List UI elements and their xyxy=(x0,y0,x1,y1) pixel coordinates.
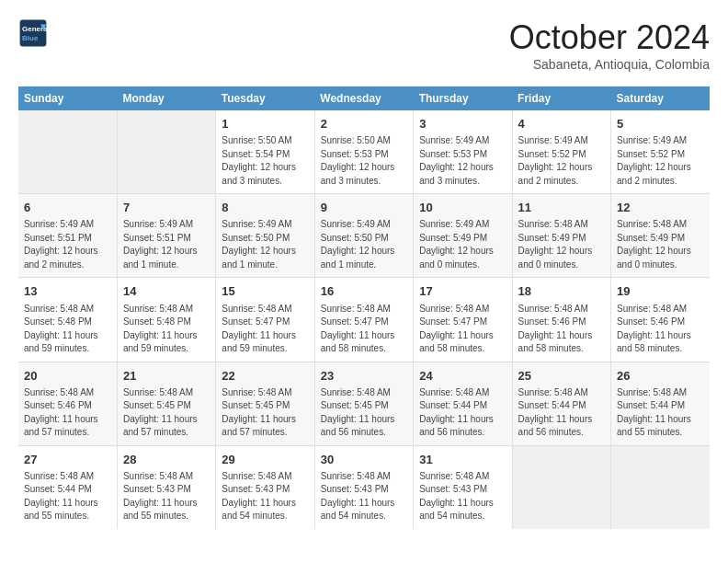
calendar-week-row: 6Sunrise: 5:49 AM Sunset: 5:51 PM Daylig… xyxy=(18,194,710,278)
day-info: Sunrise: 5:49 AM Sunset: 5:52 PM Dayligh… xyxy=(518,134,605,188)
day-info: Sunrise: 5:49 AM Sunset: 5:49 PM Dayligh… xyxy=(419,218,506,271)
day-info: Sunrise: 5:48 AM Sunset: 5:45 PM Dayligh… xyxy=(321,386,407,440)
day-info: Sunrise: 5:48 AM Sunset: 5:45 PM Dayligh… xyxy=(123,386,210,440)
day-number: 26 xyxy=(617,368,704,385)
calendar-cell: 14Sunrise: 5:48 AM Sunset: 5:48 PM Dayli… xyxy=(117,278,215,362)
day-info: Sunrise: 5:48 AM Sunset: 5:44 PM Dayligh… xyxy=(419,386,506,440)
day-info: Sunrise: 5:48 AM Sunset: 5:43 PM Dayligh… xyxy=(123,470,210,523)
calendar-week-row: 1Sunrise: 5:50 AM Sunset: 5:54 PM Daylig… xyxy=(18,110,710,194)
day-number: 8 xyxy=(222,200,308,216)
day-info: Sunrise: 5:50 AM Sunset: 5:54 PM Dayligh… xyxy=(222,134,308,188)
day-info: Sunrise: 5:48 AM Sunset: 5:46 PM Dayligh… xyxy=(24,386,111,440)
weekday-header: Thursday xyxy=(414,86,512,110)
calendar-cell: 8Sunrise: 5:49 AM Sunset: 5:50 PM Daylig… xyxy=(216,194,314,278)
weekday-header: Monday xyxy=(117,86,215,110)
day-info: Sunrise: 5:48 AM Sunset: 5:49 PM Dayligh… xyxy=(617,218,704,271)
day-number: 2 xyxy=(321,116,407,132)
calendar-cell: 10Sunrise: 5:49 AM Sunset: 5:49 PM Dayli… xyxy=(414,194,512,278)
day-number: 28 xyxy=(123,452,210,468)
day-info: Sunrise: 5:48 AM Sunset: 5:47 PM Dayligh… xyxy=(321,303,407,356)
calendar-cell: 12Sunrise: 5:48 AM Sunset: 5:49 PM Dayli… xyxy=(611,194,710,278)
day-number: 30 xyxy=(321,452,407,468)
calendar-cell xyxy=(512,445,610,529)
day-info: Sunrise: 5:48 AM Sunset: 5:46 PM Dayligh… xyxy=(518,303,605,356)
calendar-cell: 30Sunrise: 5:48 AM Sunset: 5:43 PM Dayli… xyxy=(314,445,413,529)
day-info: Sunrise: 5:48 AM Sunset: 5:45 PM Dayligh… xyxy=(222,386,308,440)
day-number: 16 xyxy=(321,283,407,300)
day-info: Sunrise: 5:48 AM Sunset: 5:48 PM Dayligh… xyxy=(24,303,111,356)
calendar-cell xyxy=(611,445,710,529)
day-number: 14 xyxy=(123,283,210,300)
calendar-cell: 3Sunrise: 5:49 AM Sunset: 5:53 PM Daylig… xyxy=(414,110,512,194)
day-info: Sunrise: 5:48 AM Sunset: 5:43 PM Dayligh… xyxy=(222,470,308,523)
day-number: 19 xyxy=(617,283,704,300)
calendar-week-row: 20Sunrise: 5:48 AM Sunset: 5:46 PM Dayli… xyxy=(18,362,710,445)
calendar-cell xyxy=(117,110,215,194)
calendar-cell: 2Sunrise: 5:50 AM Sunset: 5:53 PM Daylig… xyxy=(314,110,413,194)
weekday-header: Sunday xyxy=(18,86,117,110)
day-info: Sunrise: 5:48 AM Sunset: 5:43 PM Dayligh… xyxy=(419,470,506,523)
day-number: 17 xyxy=(419,283,506,300)
calendar-cell: 20Sunrise: 5:48 AM Sunset: 5:46 PM Dayli… xyxy=(18,362,117,445)
day-number: 12 xyxy=(617,200,704,216)
day-number: 7 xyxy=(123,200,210,216)
weekday-header: Friday xyxy=(512,86,610,110)
day-number: 13 xyxy=(24,283,111,300)
calendar-cell: 19Sunrise: 5:48 AM Sunset: 5:46 PM Dayli… xyxy=(611,278,710,362)
day-number: 23 xyxy=(321,368,407,385)
day-number: 24 xyxy=(419,368,506,385)
calendar-cell: 24Sunrise: 5:48 AM Sunset: 5:44 PM Dayli… xyxy=(414,362,512,445)
calendar-cell: 28Sunrise: 5:48 AM Sunset: 5:43 PM Dayli… xyxy=(117,445,215,529)
day-number: 9 xyxy=(321,200,407,216)
day-info: Sunrise: 5:49 AM Sunset: 5:53 PM Dayligh… xyxy=(419,134,506,188)
svg-text:Blue: Blue xyxy=(22,34,39,42)
day-info: Sunrise: 5:48 AM Sunset: 5:43 PM Dayligh… xyxy=(321,470,407,523)
day-number: 20 xyxy=(24,368,111,385)
calendar-cell: 26Sunrise: 5:48 AM Sunset: 5:44 PM Dayli… xyxy=(611,362,710,445)
calendar-cell: 18Sunrise: 5:48 AM Sunset: 5:46 PM Dayli… xyxy=(512,278,610,362)
day-info: Sunrise: 5:48 AM Sunset: 5:46 PM Dayligh… xyxy=(617,303,704,356)
day-number: 6 xyxy=(24,200,111,216)
logo-icon: General Blue xyxy=(18,18,48,48)
day-info: Sunrise: 5:49 AM Sunset: 5:51 PM Dayligh… xyxy=(24,218,111,271)
day-info: Sunrise: 5:48 AM Sunset: 5:49 PM Dayligh… xyxy=(518,218,605,271)
calendar-cell: 17Sunrise: 5:48 AM Sunset: 5:47 PM Dayli… xyxy=(414,278,512,362)
calendar-header-row: SundayMondayTuesdayWednesdayThursdayFrid… xyxy=(18,86,710,110)
calendar-cell: 27Sunrise: 5:48 AM Sunset: 5:44 PM Dayli… xyxy=(18,445,117,529)
day-info: Sunrise: 5:48 AM Sunset: 5:44 PM Dayligh… xyxy=(617,386,704,440)
day-number: 29 xyxy=(222,452,308,468)
day-number: 10 xyxy=(419,200,506,216)
page-header: General Blue October 2024 Sabaneta, Anti… xyxy=(18,18,710,72)
day-number: 4 xyxy=(518,116,605,132)
calendar-cell: 15Sunrise: 5:48 AM Sunset: 5:47 PM Dayli… xyxy=(216,278,314,362)
day-number: 31 xyxy=(419,452,506,468)
calendar-cell: 16Sunrise: 5:48 AM Sunset: 5:47 PM Dayli… xyxy=(314,278,413,362)
day-number: 25 xyxy=(518,368,605,385)
day-info: Sunrise: 5:48 AM Sunset: 5:48 PM Dayligh… xyxy=(123,303,210,356)
calendar-cell: 25Sunrise: 5:48 AM Sunset: 5:44 PM Dayli… xyxy=(512,362,610,445)
calendar-cell xyxy=(18,110,117,194)
logo: General Blue xyxy=(18,18,48,48)
location: Sabaneta, Antioquia, Colombia xyxy=(509,57,710,72)
calendar-table: SundayMondayTuesdayWednesdayThursdayFrid… xyxy=(18,86,710,529)
day-info: Sunrise: 5:48 AM Sunset: 5:47 PM Dayligh… xyxy=(419,303,506,356)
day-info: Sunrise: 5:48 AM Sunset: 5:44 PM Dayligh… xyxy=(24,470,111,523)
calendar-cell: 31Sunrise: 5:48 AM Sunset: 5:43 PM Dayli… xyxy=(414,445,512,529)
calendar-cell: 6Sunrise: 5:49 AM Sunset: 5:51 PM Daylig… xyxy=(18,194,117,278)
calendar-cell: 5Sunrise: 5:49 AM Sunset: 5:52 PM Daylig… xyxy=(611,110,710,194)
day-number: 11 xyxy=(518,200,605,216)
calendar-cell: 23Sunrise: 5:48 AM Sunset: 5:45 PM Dayli… xyxy=(314,362,413,445)
calendar-cell: 4Sunrise: 5:49 AM Sunset: 5:52 PM Daylig… xyxy=(512,110,610,194)
day-info: Sunrise: 5:49 AM Sunset: 5:52 PM Dayligh… xyxy=(617,134,704,188)
day-number: 21 xyxy=(123,368,210,385)
calendar-cell: 7Sunrise: 5:49 AM Sunset: 5:51 PM Daylig… xyxy=(117,194,215,278)
day-info: Sunrise: 5:49 AM Sunset: 5:50 PM Dayligh… xyxy=(222,218,308,271)
day-number: 15 xyxy=(222,283,308,300)
calendar-cell: 13Sunrise: 5:48 AM Sunset: 5:48 PM Dayli… xyxy=(18,278,117,362)
calendar-cell: 29Sunrise: 5:48 AM Sunset: 5:43 PM Dayli… xyxy=(216,445,314,529)
day-info: Sunrise: 5:49 AM Sunset: 5:50 PM Dayligh… xyxy=(321,218,407,271)
title-block: October 2024 Sabaneta, Antioquia, Colomb… xyxy=(509,18,710,72)
calendar-cell: 9Sunrise: 5:49 AM Sunset: 5:50 PM Daylig… xyxy=(314,194,413,278)
day-number: 5 xyxy=(617,116,704,132)
month-title: October 2024 xyxy=(509,18,710,57)
